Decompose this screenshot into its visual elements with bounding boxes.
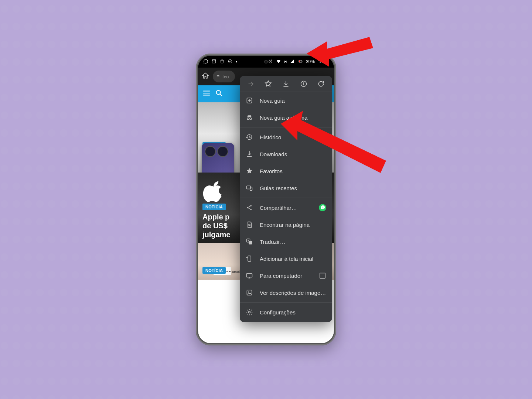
mobile-data-indicator: H [284,60,287,64]
menu-item-label: Nova guia [260,98,326,104]
reload-button[interactable] [314,77,328,91]
alarm-icon [268,59,273,65]
menu-item-add-to-home[interactable]: Adicionar à tela inicial [240,250,332,267]
svg-point-24 [249,311,250,313]
svg-point-23 [248,291,249,293]
share-icon [246,204,253,211]
url-text: tec [222,74,229,79]
bag-status-icon [219,59,225,65]
menu-item-find-in-page[interactable]: Encontrar na página [240,216,332,233]
phone-frame: H 39% 15:47 tec [196,54,336,345]
svg-rect-19 [249,241,252,244]
menu-item-label: Encontrar na página [260,222,326,228]
noticia-badge: NOTÍCIA [202,267,226,274]
whatsapp-quick-share[interactable] [319,204,326,211]
menu-item-label: Para computador [260,273,312,279]
menu-item-label: Configurações [260,309,326,316]
svg-rect-21 [247,273,252,277]
desktop-site-checkbox[interactable] [319,272,326,279]
history-icon [246,133,253,141]
svg-point-14 [247,207,248,208]
menu-item-label: Traduzir… [260,239,326,245]
site-settings-icon [216,74,221,79]
menu-action-row [240,76,332,92]
menu-divider [240,302,332,303]
svg-point-6 [218,75,219,76]
add-to-home-icon [246,255,253,262]
home-icon[interactable] [202,72,209,81]
search-icon[interactable] [215,89,223,99]
devices-icon [246,184,253,192]
svg-point-16 [250,209,252,210]
svg-rect-3 [299,60,300,62]
svg-marker-25 [307,37,373,66]
menu-item-image-descriptions[interactable]: Ver descrições de image… [240,284,332,301]
menu-item-label: Ver descrições de image… [260,290,326,296]
page-info-button[interactable] [297,77,310,91]
chip-side-text: uead [232,270,240,274]
image-icon [246,289,253,296]
svg-point-7 [216,91,221,95]
forward-button[interactable] [244,77,258,91]
plus-box-icon [246,97,253,104]
phone-screen: H 39% 15:47 tec [198,56,334,343]
menu-item-label: Compartilhar… [260,205,312,211]
svg-rect-4 [302,61,302,61]
menu-item-new-tab[interactable]: Nova guia [240,92,332,109]
menu-item-recent-tabs[interactable]: Guias recentes [240,180,332,197]
menu-item-desktop-site[interactable]: Para computador [240,267,332,284]
incognito-icon [246,114,253,121]
downloads-icon [246,150,253,158]
translate-icon [246,238,253,245]
apple-logo-icon [203,180,225,202]
whatsapp-status-icon [203,59,208,65]
signal-icon [290,59,295,65]
hamburger-icon[interactable] [202,89,211,99]
download-page-button[interactable] [279,77,293,91]
camera-notch [264,60,268,64]
menu-item-translate[interactable]: Traduzir… [240,233,332,250]
menu-item-settings[interactable]: Configurações [240,304,332,321]
star-icon [246,167,253,175]
menu-item-share[interactable]: Compartilhar… [240,199,332,216]
bookmark-button[interactable] [262,77,275,91]
find-in-page-icon [246,221,253,228]
desktop-icon [246,272,253,279]
url-bar[interactable]: tec [213,71,235,82]
annotation-arrow-top [307,33,373,75]
mail-status-icon [211,59,216,65]
svg-point-10 [247,118,249,120]
annotation-arrow-menu [281,111,388,175]
sync-status-icon [228,59,233,65]
svg-point-5 [217,75,218,76]
menu-divider [240,198,332,198]
svg-point-15 [250,205,252,207]
svg-rect-20 [248,256,251,262]
menu-item-label: Adicionar à tela inicial [260,256,326,262]
noticia-badge: NOTÍCIA [202,204,226,210]
more-notifications-dot [236,61,237,62]
svg-point-11 [250,118,252,120]
gear-icon [246,308,253,316]
wifi-icon [276,59,281,65]
svg-point-17 [249,224,250,226]
illustration-canvas: H 39% 15:47 tec [0,0,532,399]
battery-icon [298,59,303,65]
svg-marker-26 [281,111,386,173]
menu-item-label: Guias recentes [260,185,326,191]
